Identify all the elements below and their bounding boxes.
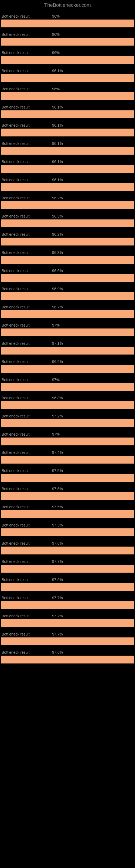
bar-row: Bottleneck result96.1%: [0, 155, 135, 173]
bar-track: [1, 510, 134, 518]
bar-row: Bottleneck result96.6%: [0, 264, 135, 282]
bar-track: [1, 329, 134, 336]
bar-row-header: Bottleneck result96%: [0, 45, 135, 56]
bar-track: [1, 347, 134, 354]
bar-fill: [1, 619, 131, 627]
bar-row-value: 97.4%: [52, 450, 63, 455]
bar-row-header: Bottleneck result96%: [0, 9, 135, 20]
bar-row-label: Bottleneck result: [2, 105, 33, 109]
bar-fill: [1, 583, 131, 591]
bar-fill: [1, 56, 129, 64]
bar-row: Bottleneck result96.3%: [0, 209, 135, 227]
bar-fill: [1, 383, 130, 391]
bar-row-value: 96.2%: [52, 196, 63, 200]
bar-row: Bottleneck result96%: [0, 27, 135, 45]
bar-row-value: 97%: [52, 323, 60, 328]
bar-row-label: Bottleneck result: [2, 250, 33, 255]
bar-track: [1, 474, 134, 482]
bar-row-value: 97.6%: [52, 487, 63, 491]
bar-fill: [1, 638, 131, 645]
bar-row-header: Bottleneck result96%: [0, 82, 135, 92]
bar-row-value: 96.1%: [52, 141, 63, 146]
bar-track: [1, 619, 134, 627]
bar-row: Bottleneck result96.7%: [0, 300, 135, 318]
bar-fill: [1, 256, 129, 264]
bar-track: [1, 420, 134, 427]
bar-row-value: 97.6%: [52, 541, 63, 546]
bar-track: [1, 183, 134, 191]
bar-track: [1, 147, 134, 155]
bar-row-header: Bottleneck result97%: [0, 373, 135, 383]
bar-fill: [1, 92, 129, 100]
bar-row: Bottleneck result96.1%: [0, 173, 135, 191]
bar-track: [1, 565, 134, 572]
bar-track: [1, 219, 134, 227]
bar-row-value: 96.9%: [52, 360, 63, 364]
bar-fill: [1, 292, 130, 300]
bar-fill: [1, 510, 131, 518]
bar-row: Bottleneck result96.1%: [0, 100, 135, 118]
bar-row: Bottleneck result96.1%: [0, 136, 135, 155]
bar-row-label: Bottleneck result: [2, 32, 33, 37]
bar-row-header: Bottleneck result96.9%: [0, 354, 135, 365]
bar-row: Bottleneck result96%: [0, 82, 135, 100]
bar-row-value: 97.7%: [52, 614, 63, 618]
bar-row-label: Bottleneck result: [2, 559, 33, 564]
page-header: TheBottlenecker.com: [0, 0, 135, 9]
bar-fill: [1, 456, 131, 464]
bar-row-label: Bottleneck result: [2, 305, 33, 309]
bar-row-value: 96.1%: [52, 105, 63, 109]
bar-row-label: Bottleneck result: [2, 614, 33, 618]
bar-fill: [1, 474, 131, 482]
bar-track: [1, 129, 134, 136]
bar-track: [1, 201, 134, 209]
bar-row-value: 97.3%: [52, 523, 63, 527]
bar-row-label: Bottleneck result: [2, 287, 33, 291]
bar-row-header: Bottleneck result96.6%: [0, 264, 135, 274]
bar-row-header: Bottleneck result97.5%: [0, 464, 135, 474]
bar-row-value: 97.7%: [52, 559, 63, 564]
bar-row-header: Bottleneck result97%: [0, 318, 135, 329]
bar-fill: [1, 111, 129, 118]
bar-row-header: Bottleneck result97.6%: [0, 536, 135, 547]
bar-row-value: 97.7%: [52, 596, 63, 600]
bar-row-header: Bottleneck result96.9%: [0, 282, 135, 292]
bar-track: [1, 56, 134, 64]
bar-track: [1, 383, 134, 391]
bar-row-header: Bottleneck result97.3%: [0, 518, 135, 528]
bar-fill: [1, 492, 131, 500]
bar-row-value: 96.9%: [52, 287, 63, 291]
bar-row-label: Bottleneck result: [2, 232, 33, 237]
bar-row-value: 96.3%: [52, 250, 63, 255]
bar-fill: [1, 601, 131, 609]
bar-track: [1, 38, 134, 45]
bar-track: [1, 74, 134, 82]
bar-fill: [1, 20, 129, 27]
bar-row-header: Bottleneck result96.1%: [0, 118, 135, 129]
bar-fill: [1, 401, 130, 409]
bar-fill: [1, 38, 129, 45]
bar-row-value: 96.1%: [52, 178, 63, 182]
bar-row-label: Bottleneck result: [2, 51, 33, 55]
bar-row: Bottleneck result96.2%: [0, 227, 135, 246]
bar-row-header: Bottleneck result96.1%: [0, 155, 135, 165]
bar-row: Bottleneck result97%: [0, 318, 135, 336]
bar-row-label: Bottleneck result: [2, 450, 33, 455]
bar-row: Bottleneck result96.9%: [0, 282, 135, 300]
bar-row-header: Bottleneck result97.7%: [0, 554, 135, 565]
bar-row-header: Bottleneck result96.7%: [0, 300, 135, 310]
bar-row-value: 97.7%: [52, 632, 63, 637]
bar-row-label: Bottleneck result: [2, 269, 33, 273]
bar-track: [1, 20, 134, 27]
bar-row-label: Bottleneck result: [2, 14, 33, 19]
bar-fill: [1, 365, 130, 373]
bar-row-value: 96.8%: [52, 396, 63, 400]
bar-row: Bottleneck result97.3%: [0, 518, 135, 536]
bar-fill: [1, 219, 129, 227]
bar-track: [1, 492, 134, 500]
bar-track: [1, 256, 134, 264]
bar-track: [1, 601, 134, 609]
bar-fill: [1, 201, 129, 209]
brand-title: TheBottlenecker.com: [44, 2, 91, 8]
bar-row: Bottleneck result96.2%: [0, 191, 135, 209]
